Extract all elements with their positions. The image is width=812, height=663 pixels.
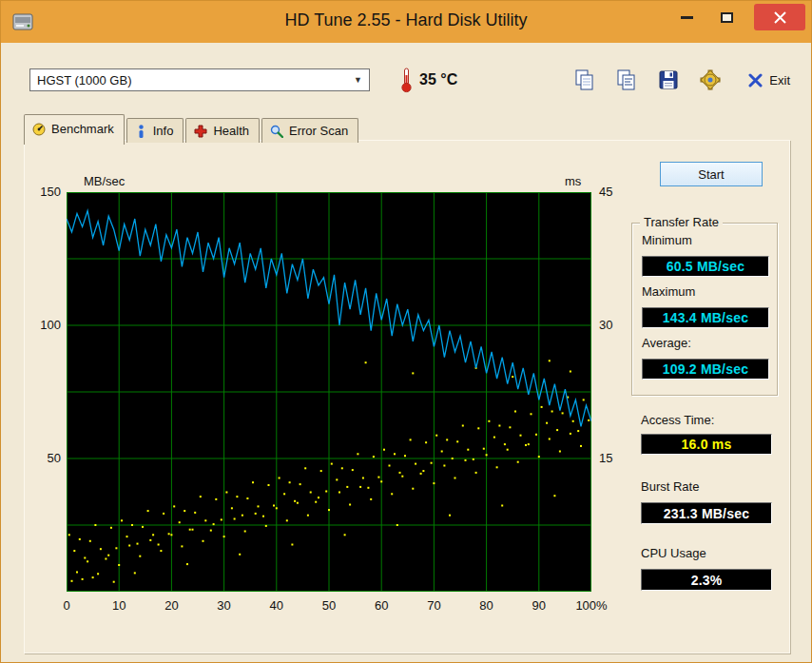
access-time-dot	[357, 453, 358, 455]
magnifier-icon	[270, 125, 283, 138]
access-time-dot	[462, 425, 464, 427]
benchmark-plot	[67, 192, 591, 592]
access-time-dot	[126, 536, 128, 537]
minimum-value-box: 60.5 MB/sec	[642, 256, 769, 277]
save-screenshot-button[interactable]	[655, 68, 682, 92]
access-time-dot	[231, 507, 233, 509]
access-time-dot	[128, 545, 130, 547]
copy-icon	[573, 68, 596, 91]
transfer-rate-group-label: Transfer Rate	[640, 215, 723, 229]
access-time-dot	[181, 545, 183, 547]
access-time-dot	[467, 449, 469, 451]
access-time-dot	[110, 527, 112, 529]
access-time-dot	[431, 462, 433, 464]
chevron-down-icon: ▼	[354, 75, 362, 85]
access-time-dot	[160, 550, 162, 552]
access-time-dot	[553, 495, 555, 497]
access-time-dot	[412, 488, 414, 490]
cpu-usage-value-box: 2.3%	[641, 569, 772, 591]
health-cross-icon	[194, 125, 207, 138]
access-time-dot	[338, 492, 340, 494]
access-time-dot	[425, 441, 427, 443]
start-button[interactable]: Start	[660, 162, 763, 186]
right-axis-tick: 45	[599, 185, 612, 199]
access-time-dot	[200, 496, 202, 497]
app-window: HD Tune 2.55 - Hard Disk Utility HGST (1…	[0, 0, 812, 663]
cpu-usage-label: CPU Usage	[641, 546, 706, 560]
thermometer-icon	[400, 67, 413, 93]
access-time-dot	[570, 371, 571, 373]
drive-select[interactable]: HGST (1000 GB) ▼	[29, 68, 370, 91]
access-time-dot	[221, 518, 222, 520]
access-time-dot	[420, 473, 422, 475]
access-time-dot	[367, 487, 369, 489]
access-time-dot	[475, 472, 477, 474]
toolbar-actions	[571, 68, 724, 92]
access-time-dot	[549, 360, 551, 361]
access-time-dot	[297, 502, 299, 504]
access-time-dot	[346, 486, 348, 488]
access-time-dot	[483, 448, 485, 450]
access-time-dot	[213, 523, 215, 525]
access-time-dot	[236, 496, 238, 497]
access-time-dot	[517, 461, 519, 463]
tab-health[interactable]: Health	[185, 118, 260, 143]
access-time-dot	[344, 534, 346, 536]
access-time-dot	[412, 372, 414, 374]
access-time-dot	[562, 412, 564, 414]
x-axis-tick: 30	[203, 598, 245, 613]
tab-info[interactable]: Info	[126, 118, 184, 143]
tab-error-scan[interactable]: Error Scan	[261, 118, 358, 143]
access-time-dot	[399, 472, 401, 474]
copy-text-button[interactable]	[613, 68, 640, 92]
access-time-dot	[186, 563, 188, 565]
access-time-dot	[173, 505, 175, 507]
access-time-dot	[394, 453, 396, 455]
access-time-dot	[244, 531, 246, 533]
access-time-dot	[294, 500, 296, 502]
access-time-dot	[87, 560, 88, 562]
exit-button[interactable]: Exit	[748, 73, 790, 88]
access-time-dot	[380, 480, 382, 482]
access-time-dot	[184, 510, 185, 512]
access-time-dot	[465, 459, 467, 461]
start-button-label: Start	[698, 167, 724, 182]
access-time-dot	[310, 492, 312, 494]
close-button[interactable]	[754, 4, 805, 30]
access-time-dot	[449, 515, 451, 517]
x-axis-tick: 50	[308, 598, 350, 613]
access-time-label: Access Time:	[641, 413, 714, 427]
tab-label: Info	[153, 124, 174, 138]
burst-rate-value: 231.3 MB/sec	[664, 506, 749, 521]
maximize-button[interactable]	[706, 4, 746, 30]
access-time-dot	[121, 519, 123, 521]
access-time-dot	[541, 406, 543, 408]
close-icon	[774, 11, 786, 24]
access-time-dot	[572, 420, 574, 422]
access-time-dot	[454, 478, 456, 479]
access-time-dot	[192, 529, 194, 531]
right-axis-title: ms	[565, 174, 581, 188]
access-time-dot	[115, 547, 117, 549]
access-time-dot	[456, 440, 458, 442]
access-time-dot	[286, 519, 288, 521]
access-time-dot	[79, 538, 81, 540]
access-time-dot	[215, 498, 217, 500]
access-time-dot	[289, 481, 291, 483]
x-axis-tick: 0	[46, 598, 87, 613]
access-time-dot	[377, 477, 379, 478]
access-time-dot	[328, 509, 330, 511]
access-time-dot	[283, 493, 285, 495]
access-time-value-box: 16.0 ms	[641, 434, 772, 455]
copy-screenshot-button[interactable]	[571, 68, 598, 92]
left-axis-tick: 50	[27, 451, 61, 465]
drive-select-value: HGST (1000 GB)	[37, 73, 131, 88]
access-time-dot	[396, 524, 398, 526]
access-time-dot	[549, 439, 551, 440]
tab-benchmark[interactable]: Benchmark	[24, 114, 125, 145]
access-time-dot	[100, 548, 102, 550]
options-button[interactable]	[697, 68, 724, 92]
minimize-button[interactable]	[667, 4, 706, 30]
access-time-dot	[422, 470, 424, 472]
access-time-dot	[76, 572, 78, 574]
